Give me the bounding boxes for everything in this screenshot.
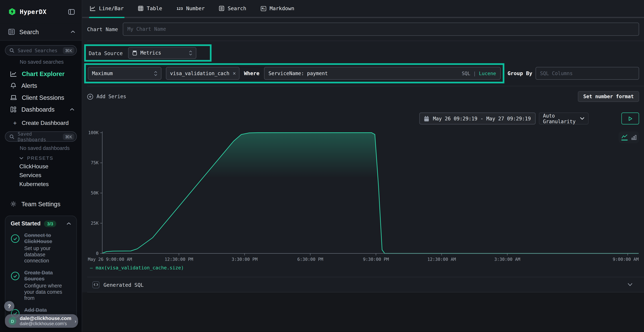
- preset-kubernetes[interactable]: Kubernetes: [5, 180, 77, 188]
- search-section-label: Search: [19, 28, 39, 35]
- svg-text:12:30:00 PM: 12:30:00 PM: [164, 257, 193, 262]
- laptop-icon: [10, 95, 17, 100]
- shortcut-badge: ⌘K: [63, 133, 74, 140]
- preset-services[interactable]: Services: [5, 171, 77, 180]
- bell-icon: [10, 82, 16, 88]
- where-value: ServiceName: payment: [268, 70, 328, 76]
- tab-markdown[interactable]: M↓ Markdown: [260, 0, 295, 18]
- svg-text:0: 0: [96, 251, 99, 256]
- help-label: ?: [8, 303, 11, 309]
- create-dashboard-button[interactable]: + Create Dashboard: [5, 117, 77, 128]
- lucene-mode-toggle[interactable]: Lucene: [479, 70, 496, 76]
- svg-text:12:30:00 AM: 12:30:00 AM: [427, 257, 456, 262]
- avatar: D: [8, 317, 16, 325]
- page-footer-area: [82, 292, 644, 332]
- run-query-button[interactable]: [622, 112, 639, 124]
- gear-icon: [10, 201, 16, 207]
- line-style-button[interactable]: [621, 134, 627, 140]
- help-button[interactable]: ?: [4, 301, 14, 311]
- chevron-down-icon: [580, 117, 584, 120]
- tab-line-bar[interactable]: Line/Bar: [89, 0, 124, 18]
- preset-label: Kubernetes: [19, 181, 49, 187]
- saved-dashboards-input[interactable]: Saved Dashboards ⌘K: [5, 132, 77, 142]
- get-started-item[interactable]: Connect to ClickHouse Set up your databa…: [11, 232, 71, 264]
- group-by-input[interactable]: SQL Columns: [536, 67, 639, 80]
- data-source-highlight-box: Data Source Metrics: [84, 44, 212, 62]
- user-menu[interactable]: D dale@clickhouse.com dale@clickhouse.co…: [5, 314, 78, 328]
- tab-label: Table: [147, 5, 162, 12]
- dashboard-layout-icon: [10, 106, 16, 112]
- search-section-icon: [8, 29, 15, 35]
- tab-label: Number: [186, 5, 205, 12]
- add-series-button[interactable]: Add Series: [87, 94, 126, 100]
- where-input[interactable]: ServiceName: payment SQL | Lucene: [264, 67, 500, 80]
- avatar-initial: D: [11, 318, 14, 324]
- sidebar-collapse-icon[interactable]: [68, 9, 75, 14]
- sidebar-item-label: Chart Explorer: [22, 70, 64, 77]
- granularity-value: Auto Granularity: [543, 113, 576, 124]
- chevron-up-icon[interactable]: [66, 222, 71, 225]
- chart-toolbar: May 26 09:29:19 - May 27 09:29:19 Auto G…: [87, 112, 639, 124]
- group-by-label: Group By: [508, 70, 532, 76]
- sidebar-item-label: Alerts: [21, 82, 37, 89]
- table-icon: [138, 6, 144, 11]
- add-series-label: Add Series: [96, 94, 126, 99]
- tab-label: Line/Bar: [99, 5, 124, 12]
- generated-sql-toggle[interactable]: Generated SQL: [87, 277, 639, 292]
- granularity-select[interactable]: Auto Granularity: [539, 112, 588, 124]
- sidebar-item-label: Team Settings: [21, 200, 60, 207]
- svg-text:9:30:00 PM: 9:30:00 PM: [363, 257, 389, 262]
- number-123-icon: 123: [176, 6, 183, 10]
- svg-text:100K: 100K: [88, 130, 99, 135]
- sidebar-item-chart-explorer[interactable]: Chart Explorer: [5, 68, 77, 80]
- presets-header[interactable]: PRESETS: [19, 156, 77, 161]
- chevron-right-icon: ›: [74, 318, 76, 324]
- divider: [87, 292, 644, 292]
- svg-text:9:00:00 AM: 9:00:00 AM: [613, 257, 639, 262]
- chevron-down-icon[interactable]: [628, 283, 634, 286]
- tab-label: Markdown: [270, 5, 294, 12]
- tab-table[interactable]: Table: [137, 0, 163, 18]
- legend-label: max(visa_validation_cache.size): [96, 265, 184, 271]
- brand[interactable]: HyperDX: [8, 8, 46, 16]
- sidebar-item-client-sessions[interactable]: Client Sessions: [5, 92, 77, 104]
- svg-text:6:30:00 PM: 6:30:00 PM: [297, 257, 323, 262]
- sidebar-section-search[interactable]: Search: [0, 24, 82, 40]
- sql-mode-toggle[interactable]: SQL: [462, 70, 470, 76]
- data-source-select[interactable]: Metrics: [128, 47, 196, 59]
- close-icon[interactable]: ×: [233, 70, 236, 76]
- chevron-up-icon[interactable]: [71, 30, 75, 33]
- chevron-down-icon: [19, 157, 24, 160]
- tab-search[interactable]: Search: [218, 0, 247, 18]
- svg-text:25K: 25K: [91, 221, 98, 226]
- no-saved-searches-note: No saved searches: [20, 59, 77, 65]
- aggregation-select[interactable]: Maximum: [88, 67, 161, 80]
- calendar-icon: [424, 116, 429, 121]
- preset-clickhouse[interactable]: ClickHouse: [5, 162, 77, 171]
- data-source-label: Data Source: [89, 50, 123, 56]
- tab-label: Search: [228, 5, 246, 12]
- metric-field-chip[interactable]: visa_validation_cach ×: [166, 67, 240, 80]
- set-number-format-button[interactable]: Set number format: [578, 91, 639, 102]
- sidebar-item-dashboards[interactable]: Dashboards: [5, 104, 77, 116]
- get-started-item[interactable]: Create Data Sources Configure where your…: [11, 270, 71, 302]
- date-range-picker[interactable]: May 26 09:29:19 - May 27 09:29:19: [419, 112, 536, 124]
- chevron-up-icon[interactable]: [70, 108, 74, 111]
- tab-number[interactable]: 123 Number: [176, 0, 205, 18]
- sidebar-body: Saved Searches ⌘K No saved searches Char…: [0, 40, 82, 332]
- svg-text:3:30:00 AM: 3:30:00 AM: [494, 257, 520, 262]
- saved-dashboards-placeholder: Saved Dashboards: [18, 131, 60, 142]
- sidebar-item-label: Client Sessions: [22, 94, 64, 101]
- chart-name-placeholder: My Chart Name: [127, 26, 166, 32]
- updown-chevron-icon: [154, 71, 157, 76]
- sidebar-item-team-settings[interactable]: Team Settings: [5, 198, 77, 210]
- chart-legend[interactable]: — max(visa_validation_cache.size): [87, 265, 639, 271]
- timeseries-chart[interactable]: 025K50K75K100KMay 26 9:00:00 AM12:30:00 …: [87, 129, 640, 263]
- chart-name-input[interactable]: My Chart Name: [123, 22, 639, 36]
- saved-searches-input[interactable]: Saved Searches ⌘K: [5, 45, 77, 56]
- sidebar-item-alerts[interactable]: Alerts: [5, 80, 77, 92]
- bar-style-button[interactable]: [631, 135, 636, 140]
- shortcut-badge: ⌘K: [63, 47, 74, 54]
- divider: [87, 40, 644, 41]
- saved-searches-placeholder: Saved Searches: [18, 48, 58, 53]
